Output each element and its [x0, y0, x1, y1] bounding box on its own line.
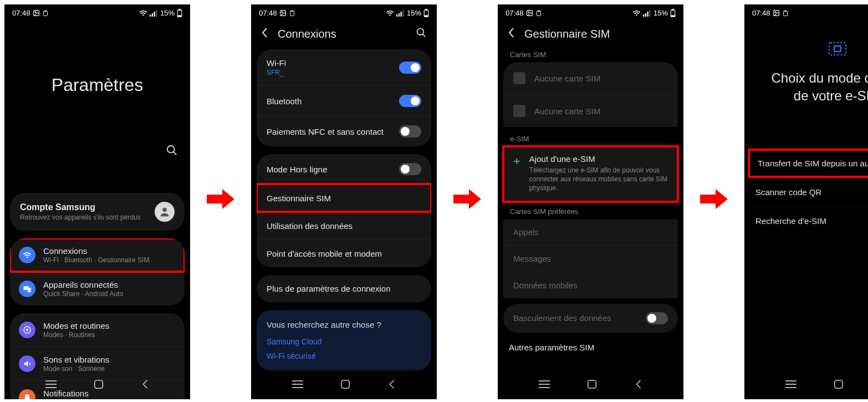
svg-rect-63 [829, 43, 846, 55]
svg-rect-47 [671, 16, 675, 17]
svg-rect-27 [400, 12, 401, 17]
row-appareils[interactable]: Appareils connectés Quick Share · Androi… [10, 272, 185, 306]
svg-point-38 [528, 12, 529, 13]
status-battery: 15% [653, 9, 668, 17]
signal-icon [643, 10, 651, 17]
clipboard-icon [782, 10, 789, 17]
toggle-wifi[interactable] [399, 62, 421, 74]
svg-point-11 [167, 146, 175, 153]
option-search-esim[interactable]: Recherche d'e-SIM [750, 207, 868, 235]
clipboard-icon [535, 10, 542, 17]
sim-label: Aucune carte SIM [534, 106, 600, 116]
toggle-bluetooth[interactable] [399, 95, 421, 107]
status-time: 07:48 [752, 9, 770, 17]
step-arrow-icon [453, 188, 481, 210]
wifi-icon [632, 9, 641, 17]
account-card[interactable]: Compte Samsung Retrouvez vos appareils s… [10, 193, 185, 231]
person-icon [159, 206, 171, 218]
sim-slot-1[interactable]: Aucune carte SIM [503, 62, 678, 94]
nav-back[interactable] [141, 379, 149, 391]
nav-home[interactable] [834, 379, 844, 391]
row-more-settings[interactable]: Plus de paramètres de connexion [257, 275, 431, 302]
svg-rect-7 [156, 10, 157, 17]
nav-recents[interactable] [539, 380, 550, 391]
toggle-airplane[interactable] [399, 163, 421, 175]
row-title: Connexions [43, 246, 149, 256]
sim-slot-2[interactable]: Aucune carte SIM [503, 94, 678, 127]
row-modes[interactable]: Modes et routines Modes · Routines [10, 313, 185, 347]
row-airplane[interactable]: Mode Hors ligne [257, 154, 431, 184]
svg-rect-20 [95, 380, 103, 388]
row-subtitle: Barre d'état · Ne pas déranger [43, 399, 132, 399]
help-title: Vous recherchez autre chose ? [267, 320, 421, 329]
toggle-nfc[interactable] [399, 125, 421, 138]
nav-recents[interactable] [785, 380, 796, 391]
toggle-data-switch[interactable] [646, 312, 668, 324]
add-esim-title: Ajout d'une e-SIM [529, 154, 668, 164]
screen-4-esim-mode: 07:48 15% Choix du mode d'ajout de votre… [744, 4, 868, 399]
back-button[interactable] [508, 27, 515, 40]
search-icon [416, 27, 427, 38]
add-esim-card[interactable]: + Ajout d'une e-SIM Téléchargez une e-SI… [503, 146, 678, 202]
svg-rect-28 [402, 10, 404, 17]
row-nfc[interactable]: Paiements NFC et sans contact [257, 116, 431, 146]
gallery-icon [279, 9, 287, 17]
svg-rect-10 [178, 16, 181, 17]
help-link-cloud[interactable]: Samsung Cloud [267, 337, 421, 346]
section-cartes-sim: Cartes SIM [498, 46, 683, 62]
row-data-switch[interactable]: Basculement des données [503, 304, 678, 333]
screen-1-parametres: 07:48 15% Paramètres Compte Samsung Retr… [4, 4, 190, 399]
battery-icon [177, 9, 182, 17]
screen-3-sim-manager: 07:48 15% Gestionnaire SIM Cartes SIM Au… [498, 4, 683, 399]
back-button[interactable] [261, 27, 269, 40]
title-line-1: Choix du mode d'ajout [771, 70, 868, 85]
add-esim-desc: Téléchargez une e-SIM afin de pouvoir vo… [529, 166, 668, 193]
statusbar: 07:48 15% [4, 4, 190, 19]
nav-back[interactable] [635, 379, 642, 391]
nav-home[interactable] [94, 379, 104, 391]
svg-rect-41 [643, 14, 644, 17]
connexions-group-1: Wi-FiSFR_ Bluetooth Paiements NFC et san… [257, 49, 431, 146]
nav-home[interactable] [587, 379, 597, 391]
label: Mode Hors ligne [267, 165, 327, 174]
gallery-icon [33, 9, 40, 17]
row-subtitle: Wi-Fi · Bluetooth · Gestionnaire SIM [43, 256, 149, 264]
search-button[interactable] [166, 144, 178, 159]
row-bluetooth[interactable]: Bluetooth [257, 85, 431, 116]
pref-messages[interactable]: Messages [503, 245, 678, 272]
row-hotspot[interactable]: Point d'accès mobile et modem [257, 240, 431, 267]
navbar [498, 375, 683, 396]
gallery-icon [526, 9, 533, 17]
svg-rect-13 [23, 286, 28, 290]
row-data-usage[interactable]: Utilisation des données [257, 212, 431, 240]
row-title: Appareils connectés [43, 280, 123, 289]
svg-rect-42 [645, 13, 646, 17]
row-connexions[interactable]: Connexions Wi-Fi · Bluetooth · Gestionna… [10, 238, 185, 272]
svg-rect-44 [649, 10, 650, 17]
row-sim-manager[interactable]: Gestionnaire SIM [257, 184, 431, 212]
svg-rect-64 [834, 46, 841, 52]
devices-icon [19, 281, 35, 297]
nav-back[interactable] [388, 379, 396, 391]
pref-data[interactable]: Données mobiles [503, 272, 678, 298]
row-wifi[interactable]: Wi-FiSFR_ [257, 49, 431, 85]
title-line-2: de votre e-SIM [794, 88, 868, 103]
avatar[interactable] [155, 202, 175, 222]
svg-rect-14 [28, 288, 30, 292]
label: Wi-Fi [267, 58, 286, 68]
nav-recents[interactable] [45, 380, 57, 391]
nav-recents[interactable] [292, 380, 303, 391]
option-transfer-sim[interactable]: Transfert de SIM depuis un autre apparei… [748, 149, 868, 178]
nav-home[interactable] [340, 379, 350, 391]
search-button[interactable] [416, 27, 427, 40]
statusbar: 07:48 15% [251, 4, 437, 19]
esim-options-list: Transfert de SIM depuis un autre apparei… [744, 149, 868, 235]
sound-icon [19, 355, 35, 372]
row-other-sim-settings[interactable]: Autres paramètres SIM [498, 337, 683, 358]
option-scan-qr[interactable]: Scanner code QR [750, 178, 868, 207]
help-link-wifi[interactable]: Wi-Fi sécurisé [267, 352, 421, 360]
svg-rect-4 [150, 14, 151, 17]
clipboard-icon [289, 10, 295, 17]
svg-point-53 [774, 12, 775, 13]
pref-calls[interactable]: Appels [503, 219, 678, 245]
